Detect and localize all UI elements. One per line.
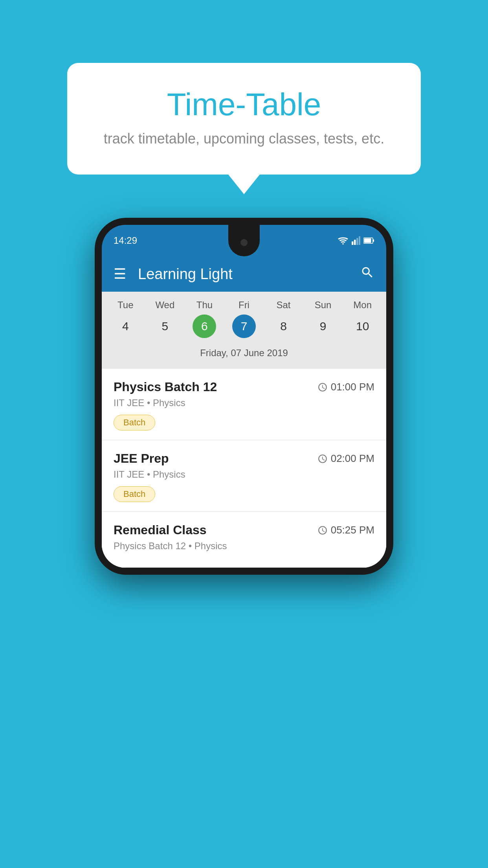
svg-rect-4 <box>359 236 360 245</box>
day-col-mon[interactable]: Mon 10 <box>345 300 380 338</box>
schedule-item-2-header: JEE Prep 02:00 PM <box>114 451 374 466</box>
batch-badge-2: Batch <box>114 486 155 502</box>
day-col-tue[interactable]: Tue 4 <box>108 300 143 338</box>
day-label-sat: Sat <box>277 300 291 311</box>
svg-rect-3 <box>356 238 358 245</box>
day-label-mon: Mon <box>353 300 372 311</box>
phone-screen: ☰ Learning Light Tue 4 Wed <box>102 256 386 568</box>
day-label-tue: Tue <box>117 300 133 311</box>
svg-point-0 <box>342 243 344 245</box>
svg-rect-1 <box>352 241 353 245</box>
schedule-time-1: 01:00 PM <box>317 381 374 393</box>
days-row: Tue 4 Wed 5 Thu 6 Fri 7 <box>106 300 382 338</box>
clock-icon-1 <box>317 382 328 392</box>
day-label-fri: Fri <box>238 300 250 311</box>
day-col-sun[interactable]: Sun 9 <box>305 300 341 338</box>
schedule-item-2[interactable]: JEE Prep 02:00 PM IIT JEE • Physics Batc… <box>102 440 386 512</box>
day-num-mon: 10 <box>351 314 374 338</box>
day-num-fri: 7 <box>232 314 256 338</box>
svg-rect-6 <box>373 239 374 242</box>
app-bar: ☰ Learning Light <box>102 256 386 292</box>
phone-outer: 14:29 <box>95 218 393 575</box>
signal-icon <box>352 236 360 245</box>
app-bar-title: Learning Light <box>138 266 360 283</box>
app-title-heading: Time-Table <box>99 86 389 123</box>
day-label-wed: Wed <box>155 300 174 311</box>
speech-bubble-arrow <box>228 175 260 194</box>
schedule-time-text-1: 01:00 PM <box>331 381 374 393</box>
schedule-item-3-header: Remedial Class 05:25 PM <box>114 523 374 537</box>
day-label-thu: Thu <box>196 300 213 311</box>
day-num-thu: 6 <box>193 314 216 338</box>
day-col-thu[interactable]: Thu 6 <box>187 300 222 338</box>
schedule-time-3: 05:25 PM <box>317 524 374 536</box>
clock-icon-3 <box>317 525 328 535</box>
schedule-title-1: Physics Batch 12 <box>114 380 217 394</box>
schedule-time-text-3: 05:25 PM <box>331 524 374 536</box>
schedule-meta-2: IIT JEE • Physics <box>114 469 374 480</box>
day-col-sat[interactable]: Sat 8 <box>266 300 301 338</box>
search-icon[interactable] <box>360 265 374 283</box>
schedule-meta-3: Physics Batch 12 • Physics <box>114 541 374 552</box>
battery-icon <box>363 236 374 245</box>
app-subtitle: track timetable, upcoming classes, tests… <box>99 131 389 147</box>
day-col-wed[interactable]: Wed 5 <box>147 300 183 338</box>
day-num-sat: 8 <box>272 314 295 338</box>
day-col-fri[interactable]: Fri 7 <box>226 300 262 338</box>
status-time: 14:29 <box>114 235 137 246</box>
schedule-item-3[interactable]: Remedial Class 05:25 PM Physics Batch 12… <box>102 512 386 568</box>
schedule-list: Physics Batch 12 01:00 PM IIT JEE • Phys… <box>102 369 386 568</box>
phone-notch <box>228 225 260 256</box>
schedule-title-2: JEE Prep <box>114 451 169 466</box>
phone-mockup: 14:29 <box>95 218 393 575</box>
speech-bubble: Time-Table track timetable, upcoming cla… <box>67 63 421 175</box>
day-num-tue: 4 <box>114 314 137 338</box>
day-label-sun: Sun <box>315 300 332 311</box>
schedule-title-3: Remedial Class <box>114 523 207 537</box>
schedule-time-2: 02:00 PM <box>317 452 374 465</box>
selected-date-label: Friday, 07 June 2019 <box>106 343 382 365</box>
day-num-sun: 9 <box>311 314 335 338</box>
batch-badge-1: Batch <box>114 415 155 430</box>
schedule-meta-1: IIT JEE • Physics <box>114 397 374 408</box>
svg-rect-2 <box>354 240 356 245</box>
camera-dot <box>240 239 248 246</box>
clock-icon-2 <box>317 454 328 464</box>
status-bar: 14:29 <box>102 225 386 256</box>
day-num-wed: 5 <box>153 314 177 338</box>
status-icons <box>338 236 374 245</box>
speech-bubble-container: Time-Table track timetable, upcoming cla… <box>67 63 421 194</box>
svg-rect-7 <box>364 239 371 243</box>
schedule-time-text-2: 02:00 PM <box>331 452 374 465</box>
wifi-icon <box>338 236 349 245</box>
menu-icon[interactable]: ☰ <box>114 266 126 282</box>
calendar-strip: Tue 4 Wed 5 Thu 6 Fri 7 <box>102 292 386 369</box>
schedule-item-1-header: Physics Batch 12 01:00 PM <box>114 380 374 394</box>
schedule-item-1[interactable]: Physics Batch 12 01:00 PM IIT JEE • Phys… <box>102 369 386 440</box>
